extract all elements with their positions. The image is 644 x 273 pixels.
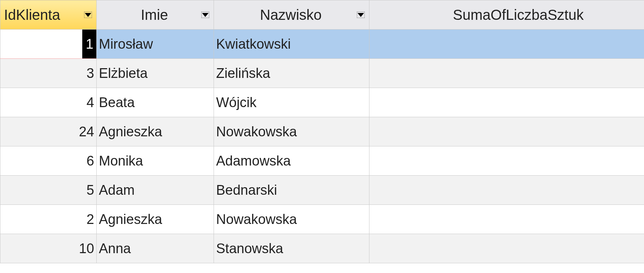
cell-value: Mirosław	[99, 36, 153, 52]
cell-id[interactable]: 1	[0, 30, 97, 59]
cell-value: Adamowska	[216, 153, 291, 168]
cell-imie[interactable]: Beata	[97, 88, 214, 117]
cell-value: Agnieszka	[99, 124, 162, 139]
cell-nazwisko[interactable]: Adamowska	[214, 146, 369, 176]
cell-suma[interactable]: 16	[369, 88, 644, 117]
filter-dropdown-icon[interactable]	[201, 12, 209, 18]
cell-id[interactable]: 6	[0, 146, 97, 176]
cell-imie[interactable]: Elżbieta	[97, 59, 214, 88]
cell-value: Bednarski	[216, 182, 277, 198]
cell-imie[interactable]: Agnieszka	[97, 205, 214, 234]
cell-value: Agnieszka	[99, 212, 162, 227]
table-row[interactable]: 1 Mirosław Kwiatkowski 19	[0, 30, 644, 59]
cell-nazwisko[interactable]: Wójcik	[214, 88, 369, 117]
cell-imie[interactable]: Adam	[97, 176, 214, 205]
cell-suma[interactable]: 11	[369, 146, 644, 176]
datasheet-grid: IdKlienta Imie Nazwisko SumaOfLiczbaSztu…	[0, 0, 644, 263]
cell-value: Stanowska	[216, 241, 283, 256]
svg-marker-0	[85, 13, 91, 17]
cell-id[interactable]: 4	[0, 88, 97, 117]
cell-value: Nowakowska	[216, 124, 297, 139]
column-header-label: IdKlienta	[4, 7, 60, 23]
cell-value: 3	[87, 66, 94, 81]
column-header-suma[interactable]: SumaOfLiczbaSztuk	[369, 0, 644, 30]
cell-nazwisko[interactable]: Nowakowska	[214, 117, 369, 146]
column-header-label: Nazwisko	[260, 7, 321, 23]
cell-nazwisko[interactable]: Kwiatkowski	[214, 30, 369, 59]
cell-id[interactable]: 5	[0, 176, 97, 205]
cell-value: Adam	[99, 182, 135, 198]
column-header-imie[interactable]: Imie	[97, 0, 214, 30]
cell-suma[interactable]: 18	[369, 59, 644, 88]
header-row: IdKlienta Imie Nazwisko SumaOfLiczbaSztu…	[0, 0, 644, 30]
column-header-nazwisko[interactable]: Nazwisko	[214, 0, 369, 30]
cell-value: 2	[87, 212, 94, 227]
cell-imie[interactable]: Agnieszka	[97, 117, 214, 146]
cell-suma[interactable]: 11	[369, 176, 644, 205]
cell-suma[interactable]: 2	[369, 234, 644, 263]
cell-imie[interactable]: Mirosław	[97, 30, 214, 59]
cell-nazwisko[interactable]: Bednarski	[214, 176, 369, 205]
cell-value: 1	[86, 30, 93, 58]
column-header-label: Imie	[141, 7, 168, 23]
cell-suma[interactable]: 19	[369, 30, 644, 59]
cell-value: 24	[79, 124, 94, 139]
column-header-label: SumaOfLiczbaSztuk	[453, 7, 583, 23]
table-row[interactable]: 5 Adam Bednarski 11	[0, 176, 644, 205]
cell-imie[interactable]: Monika	[97, 146, 214, 176]
cell-value: Beata	[99, 95, 135, 110]
cell-value: 4	[87, 95, 94, 110]
cell-value: Wójcik	[216, 95, 257, 110]
table-row[interactable]: 2 Agnieszka Nowakowska 9	[0, 205, 644, 234]
svg-marker-2	[202, 13, 209, 17]
table-row[interactable]: 6 Monika Adamowska 11	[0, 146, 644, 176]
cell-suma[interactable]: 9	[369, 205, 644, 234]
cell-value: Anna	[99, 241, 131, 256]
cell-nazwisko[interactable]: Nowakowska	[214, 205, 369, 234]
cell-value: Nowakowska	[216, 212, 297, 227]
table-row[interactable]: 4 Beata Wójcik 16	[0, 88, 644, 117]
svg-marker-4	[358, 13, 364, 17]
cell-imie[interactable]: Anna	[97, 234, 214, 263]
cell-value: 6	[87, 153, 94, 168]
table-row[interactable]: 10 Anna Stanowska 2	[0, 234, 644, 263]
cell-id[interactable]: 3	[0, 59, 97, 88]
table-row[interactable]: 3 Elżbieta Zielińska 18	[0, 59, 644, 88]
cell-value: Kwiatkowski	[216, 36, 291, 52]
cell-nazwisko[interactable]: Stanowska	[214, 234, 369, 263]
column-header-idklienta[interactable]: IdKlienta	[0, 0, 97, 30]
cell-id[interactable]: 24	[0, 117, 97, 146]
active-cell[interactable]: 1	[82, 30, 96, 58]
filter-dropdown-icon[interactable]	[357, 12, 365, 18]
cell-value: 10	[79, 241, 94, 256]
cell-value: Zielińska	[216, 66, 270, 81]
cell-nazwisko[interactable]: Zielińska	[214, 59, 369, 88]
table-row[interactable]: 24 Agnieszka Nowakowska 12	[0, 117, 644, 146]
cell-value: Monika	[99, 153, 143, 168]
cell-value: Elżbieta	[99, 66, 148, 81]
cell-id[interactable]: 2	[0, 205, 97, 234]
cell-id[interactable]: 10	[0, 234, 97, 263]
cell-suma[interactable]: 12	[369, 117, 644, 146]
cell-value: 5	[87, 182, 94, 198]
filter-dropdown-icon[interactable]	[84, 12, 92, 18]
